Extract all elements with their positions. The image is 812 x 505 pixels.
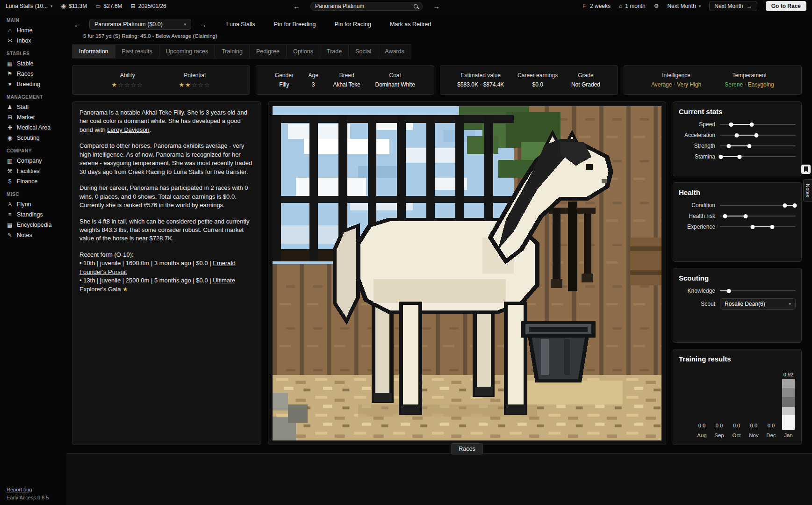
tab-trade[interactable]: Trade — [320, 44, 349, 58]
acceleration-slider-handle[interactable] — [734, 133, 739, 137]
search-back-button[interactable]: ← — [291, 2, 302, 10]
tab-past-results[interactable]: Past results — [115, 44, 159, 58]
sidebar-item-home[interactable]: ⌂Home — [7, 25, 64, 36]
tab-social[interactable]: Social — [348, 44, 378, 58]
tab-options[interactable]: Options — [286, 44, 320, 58]
health-risk-slider-handle[interactable] — [744, 214, 748, 218]
chevron-down-icon: ▾ — [184, 22, 186, 27]
sidebar-item-company[interactable]: ▥Company — [7, 156, 64, 166]
bookmark-button[interactable] — [801, 165, 811, 174]
health-sliders: ConditionHealth riskExperience — [679, 202, 796, 230]
details-card: Gender Filly Age 3 Breed Akhal Teke Coat… — [256, 65, 434, 95]
intelligence-label: Intelligence — [662, 72, 690, 79]
chart-month-label: Nov — [749, 433, 758, 438]
speed-slider-handle[interactable] — [750, 123, 754, 127]
acceleration-slider-handle[interactable] — [754, 133, 758, 137]
search-input[interactable] — [315, 3, 411, 9]
sidebar-item-notes[interactable]: ✎Notes — [7, 230, 64, 240]
tab-pedigree[interactable]: Pedigree — [249, 44, 287, 58]
report-bug-link[interactable]: Report bug — [7, 487, 32, 492]
speed-slider[interactable] — [720, 124, 796, 125]
player-cash: ◉ $11.3M — [61, 3, 87, 9]
sidebar-item-staff[interactable]: ♟Staff — [7, 102, 64, 112]
scout-row: Scout Rosalie Dean(6) ▾ — [679, 298, 796, 310]
pin-for-breeding-button[interactable]: Pin for Breeding — [274, 21, 316, 28]
temperament-label: Temperament — [732, 72, 766, 79]
settings-button[interactable]: ⚙ — [654, 3, 659, 9]
sidebar-item-medical-area[interactable]: ✚Medical Area — [7, 123, 64, 133]
game-date: ⊟ 2025/01/26 — [131, 3, 166, 9]
experience-slider[interactable] — [720, 226, 796, 227]
sidebar-item-inbox[interactable]: ✉Inbox — [7, 36, 64, 46]
acceleration-slider[interactable] — [720, 135, 796, 136]
scout-select[interactable]: Rosalie Dean(6) ▾ — [720, 298, 796, 310]
health-risk-slider-handle[interactable] — [723, 214, 727, 218]
coat-value: Dominant White — [375, 81, 415, 88]
sidebar-item-flynn[interactable]: ♙Flynn — [7, 199, 64, 209]
knowledge-slider[interactable] — [720, 290, 796, 291]
card-icon: ▭ — [95, 3, 101, 9]
races-button[interactable]: Races — [451, 443, 483, 454]
strength-slider-handle[interactable] — [727, 144, 731, 148]
tab-upcoming-races[interactable]: Upcoming races — [159, 44, 215, 58]
pin-for-racing-button[interactable]: Pin for Racing — [335, 21, 372, 28]
knowledge-slider-handle[interactable] — [727, 289, 731, 293]
strength-slider[interactable] — [720, 145, 796, 146]
sidebar-item-encyclopedia[interactable]: ▤Encyclopedia — [7, 220, 64, 230]
sidebar-item-facilities[interactable]: ⚒Facilities — [7, 166, 64, 176]
scouting-icon: ◉ — [7, 135, 13, 141]
current-stats-title: Current stats — [679, 108, 796, 115]
chart-value-label: 0.0 — [733, 423, 740, 428]
sidebar-item-finance[interactable]: $Finance — [7, 176, 64, 187]
go-to-race-button[interactable]: Go to Race — [766, 1, 806, 11]
training-results-title: Training results — [679, 355, 796, 363]
stamina-slider[interactable] — [720, 156, 796, 157]
staff-link[interactable]: Leroy Davidson — [107, 126, 149, 133]
prev-horse-button[interactable]: ← — [72, 21, 83, 29]
mark-as-retired-button[interactable]: Mark as Retired — [390, 21, 431, 28]
next-horse-button[interactable]: → — [198, 21, 208, 29]
sidebar-item-stable[interactable]: ▦Stable — [7, 58, 64, 69]
condition-slider-handle[interactable] — [793, 203, 797, 208]
sidebar-item-standings[interactable]: ≡Standings — [7, 209, 64, 220]
sidebar-item-races[interactable]: ⚑Races — [7, 69, 64, 79]
horse-select[interactable]: Panorama Platinum ($0.0) ▾ — [89, 19, 191, 30]
speed-slider-handle[interactable] — [729, 123, 733, 127]
chart-col-nov: 0.0Nov — [747, 423, 760, 438]
stamina-row: Stamina — [679, 153, 796, 160]
tab-information[interactable]: Information — [72, 44, 115, 58]
value-card: Estimated value $583.0K - $874.4K Career… — [440, 65, 618, 95]
condition-slider[interactable] — [720, 205, 796, 206]
stable-select[interactable]: Luna Stalls (10... ▾ — [6, 3, 53, 9]
condition-slider-handle[interactable] — [783, 203, 787, 208]
search-forward-button[interactable]: → — [431, 2, 442, 10]
sidebar-item-breeding[interactable]: ♥Breeding — [7, 79, 64, 89]
next-month-button[interactable]: Next Month → — [709, 1, 757, 11]
temperament-part2: Easygoing — [748, 81, 774, 88]
stamina-slider-handle[interactable] — [719, 155, 723, 159]
sidebar-item-scouting[interactable]: ◉Scouting — [7, 133, 64, 143]
health-panel: Health ConditionHealth riskExperience — [673, 182, 802, 262]
sidebar-item-market[interactable]: ⊞Market — [7, 112, 64, 123]
standings-icon: ≡ — [7, 211, 13, 218]
sidebar-item-label: Home — [17, 27, 32, 34]
tab-training[interactable]: Training — [215, 44, 250, 58]
acceleration-slider-range — [737, 135, 756, 136]
tab-awards[interactable]: Awards — [378, 44, 411, 58]
strength-slider-handle[interactable] — [747, 144, 752, 148]
notes-side-tab[interactable]: Notes — [803, 179, 812, 202]
stamina-slider-handle[interactable] — [738, 155, 742, 159]
experience-slider-handle[interactable] — [770, 225, 774, 229]
acceleration-row: Acceleration — [679, 132, 796, 138]
potential-stars: ★★☆☆☆ — [179, 81, 210, 88]
chart-month-label: Jan — [784, 433, 793, 438]
experience-slider-handle[interactable] — [750, 225, 755, 229]
stable-link-button[interactable]: Luna Stalls — [226, 21, 255, 28]
next-month-select[interactable]: Next Month ▾ — [667, 3, 701, 9]
speed-slider-range — [731, 124, 752, 125]
coat-field: Coat Dominant White — [375, 72, 415, 88]
coat-label: Coat — [389, 72, 401, 79]
health-risk-slider[interactable] — [720, 216, 796, 216]
sidebar-item-label: Stable — [17, 60, 33, 67]
search-icon[interactable] — [414, 4, 418, 8]
